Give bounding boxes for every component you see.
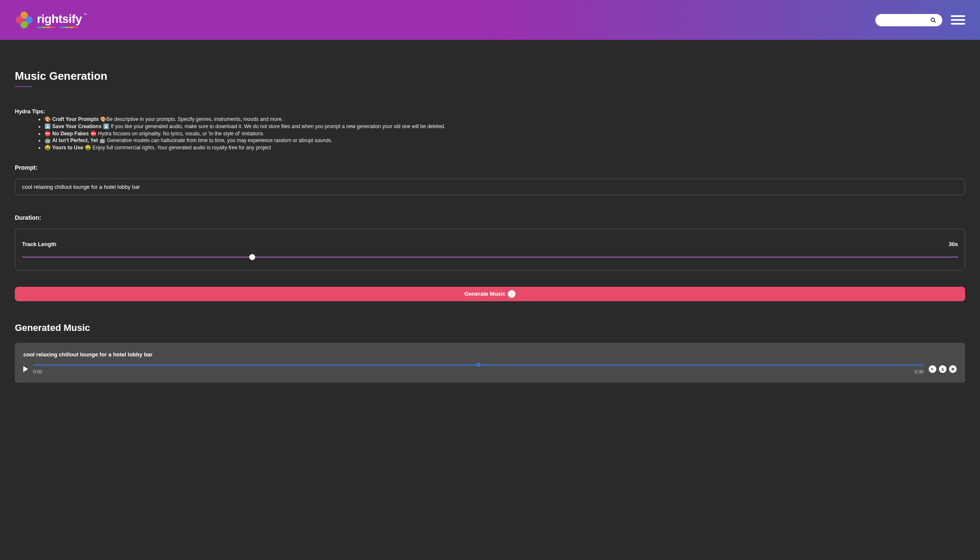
close-icon xyxy=(951,367,955,371)
tip-item: 🎨 Craft Your Prompts 🎨Be descriptive in … xyxy=(45,116,965,123)
tip-item: 🤖 AI Isn't Perfect, Yet 🤖 Generative mod… xyxy=(45,137,965,144)
progress-bar[interactable] xyxy=(33,364,924,366)
svg-point-3 xyxy=(16,16,23,24)
audio-player: cool relaxing chillout lounge for a hote… xyxy=(15,343,965,383)
app-header: rightsify™ xyxy=(0,0,980,40)
duration-label: Duration: xyxy=(15,214,965,221)
tip-item: 🤑 Yours to Use 🤑 Enjoy full commercial r… xyxy=(45,144,965,151)
duration-box: Track Length 30s xyxy=(15,229,965,271)
tip-item: ⬇️ Save Your Creations ⬇️ If you like yo… xyxy=(45,123,965,130)
logo-color-bar xyxy=(37,27,82,28)
logo-text: rightsify™ xyxy=(37,12,82,25)
player-track-title: cool relaxing chillout lounge for a hote… xyxy=(23,351,957,358)
prompt-input[interactable] xyxy=(15,179,965,195)
track-length-value: 30s xyxy=(949,241,958,247)
current-time: 0:00 xyxy=(33,369,42,374)
svg-line-5 xyxy=(934,21,935,22)
download-icon xyxy=(941,367,945,371)
svg-point-4 xyxy=(931,18,935,21)
slider-thumb[interactable] xyxy=(249,254,255,260)
page-title: Music Generation xyxy=(15,70,965,83)
music-note-icon: ♪ xyxy=(508,290,515,298)
play-button[interactable] xyxy=(23,366,28,372)
tips-title: Hydra Tips: xyxy=(15,108,965,115)
duration-slider[interactable] xyxy=(22,254,958,260)
download-button[interactable] xyxy=(939,365,947,373)
search-icon xyxy=(930,17,936,23)
generated-title: Generated Music xyxy=(15,322,965,333)
tips-list: 🎨 Craft Your Prompts 🎨Be descriptive in … xyxy=(15,116,965,151)
delete-button[interactable] xyxy=(949,365,957,373)
volume-button[interactable] xyxy=(929,365,936,373)
logo[interactable]: rightsify™ xyxy=(15,11,82,29)
total-time: 0:30 xyxy=(915,369,924,374)
prompt-label: Prompt: xyxy=(15,164,965,171)
track-length-label: Track Length xyxy=(22,241,56,247)
menu-button[interactable] xyxy=(951,15,965,25)
generate-button[interactable]: Generate Music ♪ xyxy=(15,287,965,301)
progress-thumb[interactable] xyxy=(476,363,481,367)
volume-icon xyxy=(930,367,935,371)
logo-icon xyxy=(15,11,33,29)
title-underline xyxy=(15,86,32,87)
search-box[interactable] xyxy=(875,14,942,26)
tip-item: ⛔ No Deep Fakes ⛔ Hydra focuses on origi… xyxy=(45,130,965,137)
